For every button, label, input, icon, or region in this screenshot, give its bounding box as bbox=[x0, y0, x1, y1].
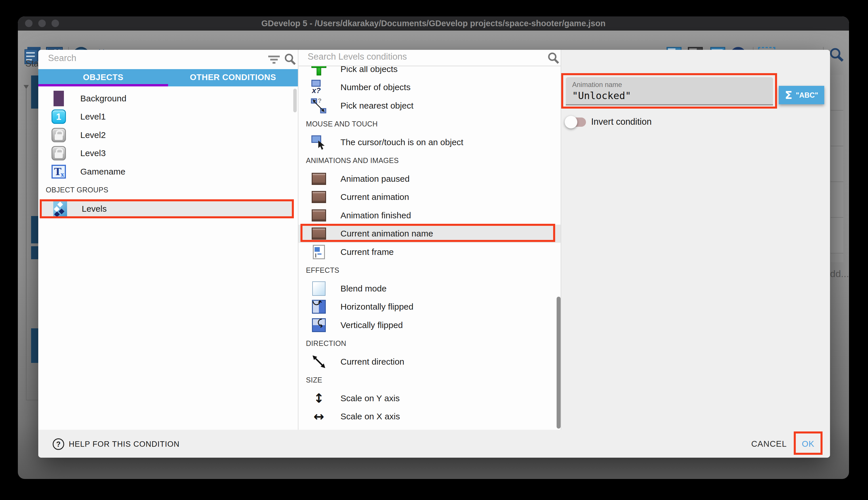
animation-name-value[interactable]: "Unlocked" bbox=[572, 90, 631, 101]
direction-icon bbox=[309, 353, 329, 371]
current-frame-icon bbox=[309, 243, 329, 261]
search-icon[interactable] bbox=[828, 47, 845, 65]
objects-panel: OBJECTS OTHER CONDITIONS Background 1 Le… bbox=[38, 50, 298, 430]
object-group-icon bbox=[50, 200, 70, 217]
object-row-level2[interactable]: Level2 bbox=[38, 126, 298, 144]
conditions-list: Pick all objects x? Number of objects bbox=[298, 66, 561, 430]
condition-row[interactable]: Current animation bbox=[298, 188, 561, 206]
background-properties-rows bbox=[831, 75, 843, 262]
ok-button[interactable]: OK bbox=[795, 438, 821, 450]
cancel-button[interactable]: CANCEL bbox=[749, 438, 789, 450]
background-partial-text: dd... bbox=[830, 268, 849, 280]
gdevelop-window: GDevelop 5 - /Users/dkarakay/Documents/G… bbox=[18, 16, 849, 479]
tab-other-conditions[interactable]: OTHER CONDITIONS bbox=[168, 69, 298, 87]
condition-row[interactable]: x? Number of objects bbox=[298, 78, 561, 97]
pick-nearest-object-icon: ? bbox=[309, 97, 329, 114]
event-tree-line bbox=[26, 88, 26, 400]
titlebar: GDevelop 5 - /Users/dkarakay/Documents/G… bbox=[18, 16, 849, 31]
condition-row[interactable]: ? Pick nearest object bbox=[298, 96, 561, 115]
event-block bbox=[31, 328, 38, 363]
number-of-objects-icon: x? bbox=[309, 79, 329, 96]
condition-row[interactable]: ⤻ Horizontally flipped bbox=[298, 298, 561, 316]
condition-row[interactable]: Pick all objects bbox=[298, 66, 561, 78]
active-tab-underline bbox=[38, 84, 168, 87]
dialog-footer: HELP FOR THIS CONDITION CANCEL OK bbox=[38, 430, 830, 458]
film-strip-icon bbox=[309, 225, 329, 242]
text-object-icon: Tx bbox=[49, 163, 69, 180]
film-strip-icon bbox=[309, 207, 329, 224]
horizontal-flip-icon: ⤻ bbox=[309, 298, 329, 315]
condition-row[interactable]: ⤻ Vertically flipped bbox=[298, 316, 561, 334]
event-block bbox=[31, 246, 38, 259]
event-block bbox=[31, 76, 38, 109]
condition-section: MOUSE AND TOUCH bbox=[298, 115, 561, 133]
condition-row[interactable]: Current direction bbox=[298, 353, 561, 371]
condition-row[interactable]: Blend mode bbox=[298, 280, 561, 298]
background-tab-label: Sta bbox=[25, 58, 39, 69]
condition-row[interactable]: ↔ Scale on X axis bbox=[298, 408, 561, 426]
event-tree-line bbox=[26, 400, 38, 400]
scale-x-icon: ↔ bbox=[309, 408, 329, 425]
animation-name-field[interactable]: Animation name "Unlocked" bbox=[566, 77, 773, 105]
condition-section: ANIMATIONS AND IMAGES bbox=[298, 151, 561, 170]
background-object-icon bbox=[49, 90, 69, 107]
condition-parameters-panel: Check the animation by played by the obj… bbox=[561, 50, 830, 430]
conditions-search-input[interactable] bbox=[307, 51, 486, 62]
help-link[interactable]: HELP FOR THIS CONDITION bbox=[53, 439, 179, 450]
film-strip-icon bbox=[309, 189, 329, 206]
object-groups-header: OBJECT GROUPS bbox=[38, 181, 298, 199]
vertical-flip-icon: ⤻ bbox=[309, 317, 329, 334]
conditions-panel: Pick all objects x? Number of objects bbox=[298, 50, 561, 430]
event-block bbox=[31, 216, 38, 243]
object-row-gamename[interactable]: Tx Gamename bbox=[38, 162, 298, 181]
objects-scrollbar[interactable] bbox=[293, 89, 297, 112]
tab-objects[interactable]: OBJECTS bbox=[38, 69, 168, 87]
condition-section: DIRECTION bbox=[298, 334, 561, 353]
condition-row[interactable]: Animation paused bbox=[298, 170, 561, 188]
condition-section: EFFECTS bbox=[298, 261, 561, 280]
pick-all-objects-icon bbox=[309, 66, 329, 78]
object-row-level3[interactable]: Level3 bbox=[38, 144, 298, 163]
object-group-row-levels[interactable]: Levels bbox=[40, 199, 294, 218]
cursor-on-object-icon bbox=[309, 134, 329, 151]
expression-editor-button[interactable]: Σ "ABC" bbox=[779, 86, 824, 104]
object-row-background[interactable]: Background bbox=[38, 89, 298, 108]
lock-icon bbox=[49, 126, 69, 144]
invert-condition-toggle-knob[interactable] bbox=[565, 116, 577, 128]
svg-text:?: ? bbox=[318, 98, 321, 104]
level1-object-icon: 1 bbox=[49, 108, 69, 125]
objects-search-bar bbox=[38, 50, 298, 69]
objects-search-input[interactable] bbox=[47, 53, 224, 64]
film-strip-icon bbox=[309, 170, 329, 188]
scale-y-icon: ↕ bbox=[309, 390, 329, 407]
condition-row[interactable]: ↕ Scale on Y axis bbox=[298, 389, 561, 408]
choose-condition-dialog: OBJECTS OTHER CONDITIONS Background 1 Le… bbox=[38, 50, 830, 458]
objects-list: Background 1 Level1 Level2 Level3 Tx Gam… bbox=[38, 87, 298, 430]
invert-condition-label: Invert condition bbox=[591, 117, 652, 127]
condition-row[interactable]: The cursor/touch is on an object bbox=[298, 133, 561, 151]
help-icon bbox=[53, 439, 64, 450]
window-title: GDevelop 5 - /Users/dkarakay/Documents/G… bbox=[18, 16, 849, 30]
conditions-search-bar bbox=[298, 50, 561, 66]
object-row-level1[interactable]: 1 Level1 bbox=[38, 108, 298, 126]
lock-icon bbox=[49, 145, 69, 162]
condition-row-current-animation-name[interactable]: Current animation name bbox=[298, 225, 561, 243]
animation-name-label: Animation name bbox=[572, 81, 622, 89]
blend-mode-icon bbox=[309, 280, 329, 297]
conditions-tabbar: OBJECTS OTHER CONDITIONS bbox=[38, 69, 298, 87]
condition-section: SIZE bbox=[298, 371, 561, 389]
conditions-scrollbar[interactable] bbox=[556, 297, 561, 429]
sigma-icon: Σ bbox=[785, 89, 792, 101]
condition-row[interactable]: Current frame bbox=[298, 243, 561, 261]
condition-row[interactable]: Animation finished bbox=[298, 206, 561, 225]
